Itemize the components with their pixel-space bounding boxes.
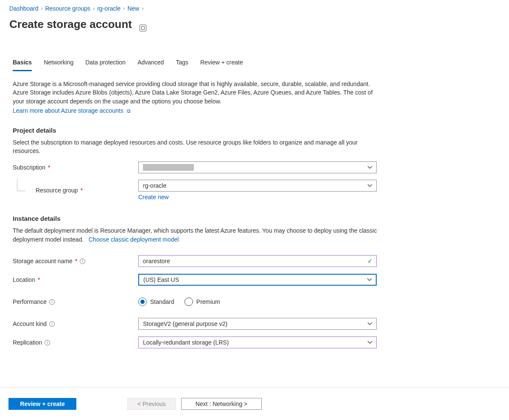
create-new-link[interactable]: Create new: [138, 194, 169, 200]
replication-select[interactable]: Locally-redundant storage (LRS): [138, 337, 377, 348]
tab-basics[interactable]: Basics: [13, 56, 32, 71]
subscription-label: Subscription: [13, 164, 45, 171]
page-title: Create storage account: [9, 18, 132, 31]
required-icon: *: [38, 276, 40, 283]
replication-value: Locally-redundant storage (LRS): [143, 339, 229, 346]
chevron-right-icon: ›: [93, 6, 95, 11]
info-icon[interactable]: i: [45, 340, 50, 345]
performance-premium-label: Premium: [196, 298, 220, 305]
resource-group-label: Resource group: [36, 187, 78, 194]
next-networking-button[interactable]: Next : Networking >: [181, 398, 262, 410]
chevron-down-icon: [367, 183, 372, 188]
project-details-desc: Select the subscription to manage deploy…: [13, 138, 379, 156]
account-kind-value: StorageV2 (general purpose v2): [143, 320, 227, 327]
location-value: (US) East US: [143, 276, 179, 283]
subscription-value-redacted: [143, 164, 194, 171]
breadcrumb-dashboard[interactable]: Dashboard: [9, 5, 39, 12]
instance-details-desc: The default deployment model is Resource…: [13, 226, 379, 244]
tab-review-create[interactable]: Review + create: [200, 56, 243, 71]
performance-standard-label: Standard: [150, 298, 174, 305]
chevron-down-icon: [367, 340, 372, 345]
instance-details-title: Instance details: [13, 215, 379, 222]
required-icon: *: [75, 258, 77, 264]
resource-group-value: rg-oracle: [143, 182, 166, 189]
storage-name-label: Storage account name: [13, 258, 73, 264]
info-icon[interactable]: i: [80, 259, 85, 264]
classic-deployment-link[interactable]: Choose classic deployment model: [89, 236, 179, 243]
account-kind-label: Account kind: [13, 320, 47, 327]
pin-icon[interactable]: [140, 25, 146, 31]
info-icon[interactable]: i: [49, 321, 55, 327]
tabs: Basics Networking Data protection Advanc…: [9, 56, 501, 71]
tree-connector-icon: [17, 179, 25, 191]
footer: Review + create < Previous Next : Networ…: [0, 387, 509, 420]
check-icon: ✓: [367, 257, 373, 265]
external-link-icon: ⧉: [127, 108, 131, 114]
storage-name-input[interactable]: orarestore ✓: [138, 255, 377, 267]
performance-premium-radio[interactable]: Premium: [185, 298, 220, 306]
resource-group-select[interactable]: rg-oracle: [138, 180, 377, 192]
breadcrumb-resource-groups[interactable]: Resource groups: [45, 5, 91, 12]
subscription-select[interactable]: [138, 161, 377, 173]
performance-standard-radio[interactable]: Standard: [138, 298, 174, 306]
storage-name-value: orarestore: [143, 258, 170, 264]
breadcrumb: Dashboard › Resource groups › rg-oracle …: [9, 5, 501, 12]
chevron-down-icon: [367, 321, 372, 326]
breadcrumb-rg-oracle[interactable]: rg-oracle: [97, 5, 120, 12]
intro-text: Azure Storage is a Microsoft-managed ser…: [13, 80, 379, 106]
chevron-down-icon: [367, 165, 372, 170]
replication-label: Replication: [13, 339, 42, 346]
instance-details-desc-text: The default deployment model is Resource…: [13, 227, 377, 242]
chevron-right-icon: ›: [142, 6, 143, 11]
location-label: Location: [13, 276, 35, 283]
required-icon: *: [48, 164, 50, 171]
location-select[interactable]: (US) East US: [138, 274, 377, 286]
info-icon[interactable]: i: [49, 299, 55, 305]
tab-advanced[interactable]: Advanced: [137, 56, 164, 71]
review-create-button[interactable]: Review + create: [8, 398, 76, 410]
breadcrumb-new[interactable]: New: [127, 5, 139, 12]
performance-label: Performance: [13, 298, 47, 305]
required-icon: *: [81, 187, 83, 194]
learn-more-label: Learn more about Azure storage accounts: [13, 107, 123, 114]
chevron-right-icon: ›: [123, 6, 125, 11]
learn-more-link[interactable]: Learn more about Azure storage accounts …: [13, 107, 131, 114]
tab-tags[interactable]: Tags: [176, 56, 188, 71]
tab-data-protection[interactable]: Data protection: [85, 56, 126, 71]
chevron-down-icon: [367, 277, 372, 282]
account-kind-select[interactable]: StorageV2 (general purpose v2): [138, 318, 377, 330]
tab-networking[interactable]: Networking: [44, 56, 73, 71]
previous-button: < Previous: [127, 398, 176, 410]
project-details-title: Project details: [13, 127, 379, 134]
chevron-right-icon: ›: [41, 6, 43, 11]
